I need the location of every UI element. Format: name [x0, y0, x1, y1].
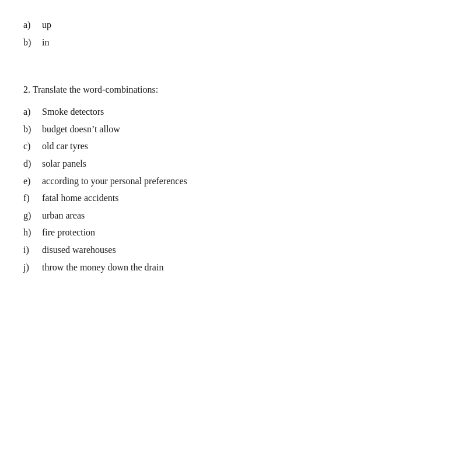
list-label: f) [23, 191, 42, 206]
list-item: i)disused warehouses [23, 242, 453, 258]
list-item: a) up [23, 17, 453, 33]
list-text: urban areas [42, 208, 85, 223]
list-item: j)throw the money down the drain [23, 260, 453, 275]
list-label: g) [23, 208, 42, 223]
list-label: c) [23, 139, 42, 154]
list-text: fire protection [42, 225, 95, 240]
list-item: e)according to your personal preferences [23, 174, 453, 189]
list-item: g)urban areas [23, 208, 453, 223]
list-label: b) [23, 35, 42, 50]
list-label: a) [23, 17, 42, 33]
list-item: b)budget doesn’t allow [23, 122, 453, 137]
list-text: budget doesn’t allow [42, 122, 120, 137]
list-text: throw the money down the drain [42, 260, 163, 275]
list-item: d)solar panels [23, 156, 453, 171]
list-label: d) [23, 156, 42, 171]
list-label: i) [23, 242, 42, 258]
list-text: old car tyres [42, 139, 88, 154]
list-label: a) [23, 104, 42, 119]
list-item: f)fatal home accidents [23, 191, 453, 206]
list-text: disused warehouses [42, 242, 116, 258]
list-item: a)Smoke detectors [23, 104, 453, 119]
list-label: e) [23, 174, 42, 189]
section-2: 2. Translate the word-combinations: a)Sm… [23, 85, 453, 275]
list-text: Smoke detectors [42, 104, 104, 119]
divider [23, 67, 453, 79]
list-label: j) [23, 260, 42, 275]
list-text: according to your personal preferences [42, 174, 187, 189]
list-item: b) in [23, 35, 453, 50]
section-heading: 2. Translate the word-combinations: [23, 85, 453, 95]
list-label: b) [23, 122, 42, 137]
list-label: h) [23, 225, 42, 240]
section-2-list: a)Smoke detectorsb)budget doesn’t allowc… [23, 104, 453, 275]
list-text: up [42, 17, 51, 33]
list-text: solar panels [42, 156, 86, 171]
list-text: in [42, 35, 49, 50]
list-text: fatal home accidents [42, 191, 119, 206]
list-item: c)old car tyres [23, 139, 453, 154]
section-1: a) up b) in [23, 17, 453, 50]
list-item: h)fire protection [23, 225, 453, 240]
